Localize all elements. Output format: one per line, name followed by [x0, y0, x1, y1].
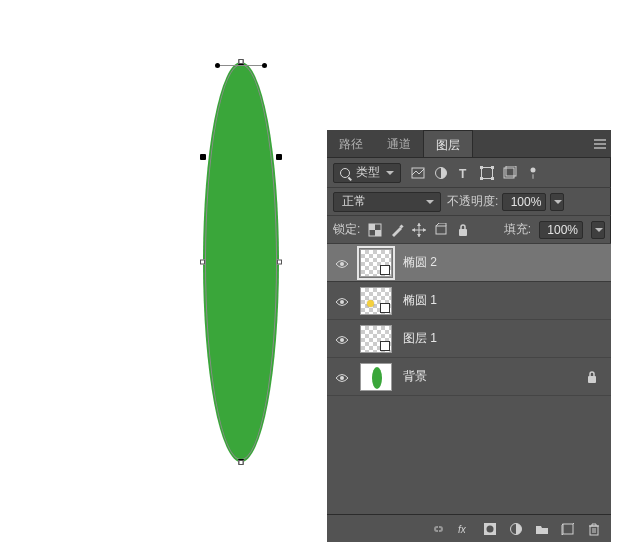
layer-thumbnail[interactable]: [360, 287, 392, 315]
layer-name[interactable]: 椭圆 2: [395, 254, 603, 271]
svg-text:fx: fx: [458, 524, 467, 535]
chevron-down-icon: [426, 200, 434, 204]
visibility-toggle[interactable]: [335, 296, 349, 306]
bezier-handle-line: [217, 65, 265, 66]
bezier-handle-dot[interactable]: [215, 63, 220, 68]
anchor-point[interactable]: [276, 154, 282, 160]
svg-rect-17: [459, 229, 467, 236]
layer-name[interactable]: 图层 1: [395, 330, 603, 347]
svg-rect-28: [590, 526, 598, 535]
ellipse-fill: [203, 62, 279, 462]
visibility-toggle[interactable]: [335, 372, 349, 382]
opacity-stepper[interactable]: [550, 193, 564, 211]
new-group-button[interactable]: [535, 522, 549, 536]
svg-rect-14: [375, 230, 381, 236]
chevron-down-icon: [386, 171, 394, 175]
blend-mode-value: 正常: [342, 193, 366, 210]
selected-shape[interactable]: [203, 62, 279, 462]
visibility-toggle[interactable]: [335, 334, 349, 344]
svg-rect-7: [491, 177, 494, 180]
fill-value[interactable]: 100%: [539, 221, 583, 239]
chevron-down-icon: [595, 228, 603, 232]
panel-menu-button[interactable]: [589, 130, 611, 157]
menu-icon: [594, 143, 606, 145]
layer-name[interactable]: 背景: [395, 368, 581, 385]
opacity-value[interactable]: 100%: [502, 193, 546, 211]
filter-kind-select[interactable]: 类型: [333, 163, 401, 183]
svg-point-21: [340, 376, 344, 380]
filter-shape-icon[interactable]: [480, 166, 494, 180]
layer-filter-row: 类型 T: [327, 158, 611, 188]
svg-rect-27: [563, 524, 573, 534]
filter-pixel-icon[interactable]: [411, 166, 425, 180]
tab-channels[interactable]: 通道: [375, 130, 423, 157]
svg-rect-3: [482, 167, 493, 178]
svg-rect-11: [532, 174, 534, 179]
anchor-point[interactable]: [238, 59, 244, 65]
visibility-toggle[interactable]: [335, 258, 349, 268]
lock-transparent-icon[interactable]: [368, 223, 382, 237]
delete-layer-button[interactable]: [587, 522, 601, 536]
layer-row[interactable]: 图层 1: [327, 320, 611, 358]
tab-paths[interactable]: 路径: [327, 130, 375, 157]
bezier-handle-dot[interactable]: [262, 63, 267, 68]
svg-rect-6: [480, 177, 483, 180]
lock-icon: [585, 370, 599, 384]
lock-artboard-icon[interactable]: [434, 223, 448, 237]
svg-point-20: [340, 338, 344, 342]
svg-point-10: [531, 167, 536, 172]
panel-footer: fx: [327, 514, 611, 542]
fill-label: 填充:: [504, 221, 531, 238]
layer-style-button[interactable]: fx: [457, 522, 471, 536]
panel-tabbar: 路径 通道 图层: [327, 130, 611, 158]
filter-adjustment-icon[interactable]: [434, 166, 448, 180]
filter-toggle-dot[interactable]: [526, 166, 540, 180]
layer-row[interactable]: 椭圆 2: [327, 244, 611, 282]
new-adjustment-button[interactable]: [509, 522, 523, 536]
new-layer-button[interactable]: [561, 522, 575, 536]
layer-row[interactable]: 椭圆 1: [327, 282, 611, 320]
lock-all-icon[interactable]: [456, 223, 470, 237]
layer-thumbnail[interactable]: [360, 325, 392, 353]
filter-smartobject-icon[interactable]: [503, 166, 517, 180]
svg-rect-13: [369, 224, 375, 230]
anchor-point[interactable]: [238, 459, 244, 465]
layer-row[interactable]: 背景: [327, 358, 611, 396]
svg-point-19: [340, 300, 344, 304]
search-icon: [340, 168, 350, 178]
layer-name[interactable]: 椭圆 1: [395, 292, 603, 309]
svg-point-25: [487, 525, 494, 532]
lock-pixels-icon[interactable]: [390, 223, 404, 237]
svg-text:T: T: [459, 167, 467, 180]
lock-fill-row: 锁定: 填充: 100%: [327, 216, 611, 244]
anchor-point[interactable]: [200, 154, 206, 160]
svg-point-18: [340, 262, 344, 266]
layer-list: 椭圆 2 椭圆 1 图层 1: [327, 244, 611, 514]
layer-thumbnail[interactable]: [360, 363, 392, 391]
lock-label: 锁定:: [333, 221, 360, 238]
svg-rect-5: [491, 166, 494, 169]
add-mask-button[interactable]: [483, 522, 497, 536]
chevron-down-icon: [554, 200, 562, 204]
filter-type-icon[interactable]: T: [457, 166, 471, 180]
svg-rect-4: [480, 166, 483, 169]
svg-rect-22: [588, 376, 596, 383]
link-layers-button[interactable]: [431, 522, 445, 536]
tab-layers[interactable]: 图层: [423, 130, 473, 157]
blend-opacity-row: 正常 不透明度: 100%: [327, 188, 611, 216]
fill-stepper[interactable]: [591, 221, 605, 239]
layers-panel: 路径 通道 图层 类型 T: [327, 130, 611, 542]
svg-rect-16: [436, 226, 446, 234]
layer-thumbnail[interactable]: [360, 249, 392, 277]
opacity-label: 不透明度:: [447, 193, 498, 210]
lock-position-icon[interactable]: [412, 223, 426, 237]
filter-kind-label: 类型: [356, 164, 380, 181]
blend-mode-select[interactable]: 正常: [333, 192, 441, 212]
